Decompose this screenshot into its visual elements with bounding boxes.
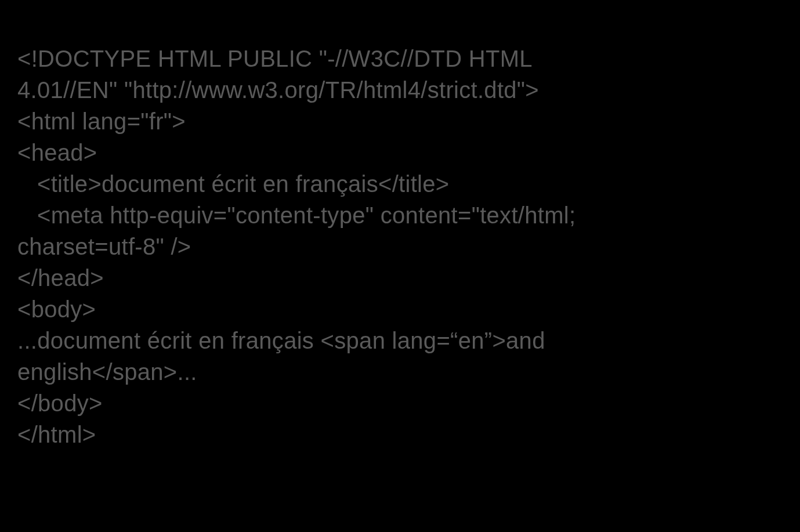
code-line-4: <title>document écrit en français</title… bbox=[37, 171, 449, 197]
code-line-8a: ...document écrit en français <span lang… bbox=[17, 328, 545, 353]
code-line-2: <html lang="fr"> bbox=[17, 108, 186, 134]
code-line-8b: english</span>... bbox=[17, 359, 197, 385]
code-line-7: <body> bbox=[17, 296, 96, 322]
code-line-5a: <meta http-equiv="content-type" content=… bbox=[37, 202, 575, 228]
code-line-1b: 4.01//EN" "http://www.w3.org/TR/html4/st… bbox=[17, 77, 539, 103]
code-line-6: </head> bbox=[17, 265, 104, 291]
code-line-9: </body> bbox=[17, 390, 103, 416]
code-line-1a: <!DOCTYPE HTML PUBLIC "-//W3C//DTD HTML bbox=[17, 46, 533, 71]
code-line-5b: charset=utf-8" /> bbox=[17, 234, 191, 259]
html-code-snippet: <!DOCTYPE HTML PUBLIC "-//W3C//DTD HTML … bbox=[0, 0, 800, 462]
code-line-3: <head> bbox=[17, 140, 97, 165]
code-line-10: </html> bbox=[17, 422, 96, 447]
